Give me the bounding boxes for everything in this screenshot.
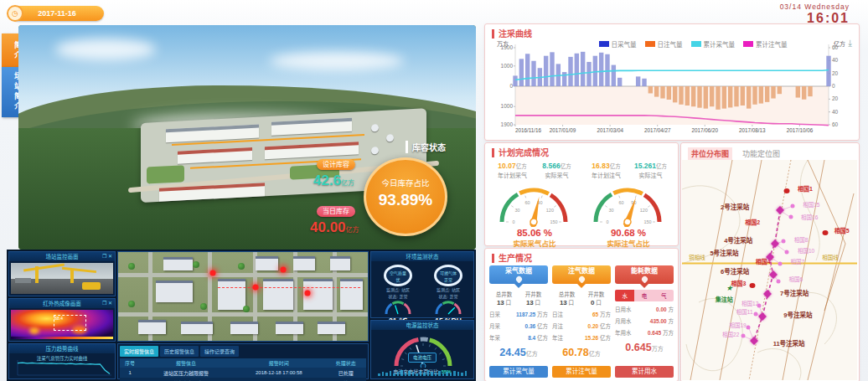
power-bar [420, 371, 422, 376]
tree [243, 306, 250, 312]
production-card: 能耗数据水电气日用水0.00 方月用水435.00 方年用水0.645 万方0.… [615, 265, 674, 378]
clock-icon: ◷ [7, 5, 23, 22]
red-well-label: 相国5 [834, 226, 850, 234]
alarm-dot[interactable] [280, 267, 286, 273]
svg-text:120: 120 [546, 208, 554, 213]
gas-production-gauge-block: 10.07亿方 8.566亿方 年计划采气 实际采气 0306090120150… [490, 162, 579, 242]
alarm-dot[interactable] [210, 270, 216, 276]
alarm-tab[interactable]: 操作记录查询 [200, 346, 239, 357]
alarm-col-header: 序号 [120, 358, 140, 368]
svg-text:2017/03/04: 2017/03/04 [597, 127, 623, 133]
plant-schematic[interactable] [117, 251, 369, 342]
thermal-feed[interactable]: 68.4 [11, 310, 113, 339]
well-dot[interactable] [741, 334, 746, 338]
svg-text:60: 60 [619, 200, 624, 205]
alarm-tab[interactable]: 实时报警信息 [120, 346, 158, 357]
storage-ratio-label: 今日库存占比 [366, 177, 445, 188]
well-counts: 总井数13 口开井数0 口 [552, 290, 611, 306]
plan-title: 计划完成情况 [492, 148, 549, 157]
power-bar [431, 372, 433, 376]
svg-text:2017/06/20: 2017/06/20 [692, 127, 719, 133]
well-dot[interactable] [753, 312, 757, 317]
production-cards: 采气数据总井数13 口开井数13 口日采1187.25 万方月采0.36 亿方年… [489, 265, 674, 378]
svg-text:2017/10/06: 2017/10/06 [787, 127, 814, 133]
utility-tab[interactable]: 电 [634, 290, 654, 301]
alarm-dot[interactable] [305, 290, 311, 296]
power-panel: 电源监控状态 电池电压 电池充电状态百分比: 55% [370, 320, 474, 379]
cumulative-value: 24.45亿方 [489, 347, 548, 358]
production-stat-row: 日用水0.00 方 [615, 305, 674, 313]
env-ring-indicator: 空气质量优 [384, 265, 412, 286]
road [118, 312, 368, 317]
cumulative-value: 0.645万方 [615, 342, 674, 353]
power-bar [453, 371, 456, 376]
svg-text:0: 0 [606, 219, 608, 224]
production-stat-row: 年注15.26 亿方 [552, 333, 611, 342]
utility-tab[interactable]: 水 [615, 290, 634, 301]
cumulative-value: 60.78亿方 [552, 347, 611, 358]
building [263, 279, 293, 310]
production-stat-row: 年采8.4 亿方 [489, 333, 548, 342]
alarm-link-line [218, 287, 360, 288]
cumulative-button[interactable]: 累计采气量 [489, 366, 548, 378]
station-label: 11号注采站 [773, 338, 805, 348]
well-dot[interactable] [785, 250, 789, 255]
well-dot[interactable] [782, 239, 786, 244]
tree [238, 263, 245, 270]
production-title: 生产情况 [492, 254, 532, 263]
production-panel: 生产情况 采气数据总井数13 口开井数13 口日采1187.25 万方月采0.3… [484, 248, 679, 381]
alarm-row[interactable]: 1进站区压力越限报警2018-12-18 17:00:58已处理 [120, 368, 366, 378]
power-bar [400, 370, 403, 376]
hub-station-marker[interactable]: ★ [726, 284, 732, 292]
power-history-bars [378, 368, 467, 376]
expand-icon[interactable]: ❐ ✕ [102, 252, 112, 261]
production-stat-row: 年用水0.645 万方 [615, 328, 674, 337]
thermal-panel: 红外热成像画面❐ ✕ 68.4 [8, 298, 116, 342]
well-label: 相国15 [803, 200, 819, 209]
building [230, 322, 258, 335]
cumulative-button[interactable]: 累计注气量 [552, 366, 611, 378]
production-card-header: 能耗数据 [615, 265, 674, 284]
thermal-focus-box: 68.4 [54, 315, 86, 331]
date-badge-label: 2017-11-16 [38, 9, 76, 18]
well-dot[interactable] [788, 215, 793, 219]
power-bar [385, 373, 388, 376]
building [218, 279, 245, 310]
utility-tabs: 水电气 [615, 290, 674, 301]
droplet-icon [577, 275, 586, 284]
utility-tab[interactable]: 气 [654, 290, 674, 301]
svg-text:1900: 1900 [501, 44, 514, 50]
camera-feed[interactable] [11, 263, 113, 294]
well-map: 铜相线相国线相国15相国16相国8相国10相国7相国6相国12相国11相国19相… [682, 160, 857, 380]
alarm-dot[interactable] [252, 285, 258, 291]
station-label: 5号注采站 [710, 248, 738, 257]
red-well-label: 相国1 [798, 184, 813, 193]
svg-text:30: 30 [515, 208, 520, 213]
design-capacity-value: 42.6亿方 [313, 172, 354, 189]
well-dot[interactable] [776, 279, 780, 283]
cumulative-button[interactable]: 累计用水 [615, 366, 674, 378]
red-well-dot[interactable] [749, 283, 755, 288]
red-well-dot[interactable] [784, 188, 790, 193]
production-stat-row: 日采1187.25 万方 [489, 310, 548, 318]
power-bar [408, 371, 411, 376]
alarm-col-header: 报警时间 [232, 358, 326, 368]
building [340, 279, 363, 310]
date-badge[interactable]: ◷ 2017-11-16 [10, 6, 104, 21]
power-bar [465, 371, 468, 376]
production-stat-row: 月用水435.00 方 [615, 317, 674, 325]
well-dot[interactable] [790, 204, 794, 209]
well-label: 相国11 [736, 307, 753, 316]
building [293, 256, 316, 270]
droplet-icon [514, 275, 523, 284]
expand-icon[interactable]: ❐ ✕ [102, 299, 112, 308]
svg-text:0: 0 [832, 83, 835, 89]
banner-notch [514, 283, 524, 288]
alarm-row[interactable]: 21#压缩机组振动超限2018-12-18 17:03:26已处理 [120, 378, 366, 381]
alarm-tab[interactable]: 历史报警信息 [160, 346, 199, 357]
well-dot[interactable] [778, 261, 783, 265]
svg-text:30: 30 [609, 208, 614, 213]
red-well-dot[interactable] [823, 230, 829, 235]
production-percent-caption: 实际采气占比 [490, 238, 579, 248]
well-dot[interactable] [747, 325, 751, 329]
